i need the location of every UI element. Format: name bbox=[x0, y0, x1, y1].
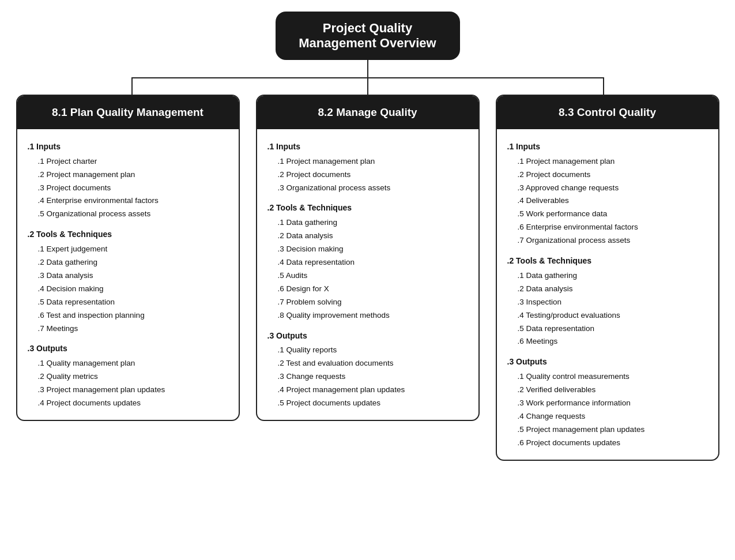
column-header-plan-quality: 8.1 Plan Quality Management bbox=[17, 96, 239, 129]
list-item: .5 Project documents updates bbox=[278, 397, 468, 409]
section-title-plan-quality-1: .2 Tools & Techniques bbox=[28, 228, 228, 241]
list-item: .7 Meetings bbox=[38, 323, 228, 335]
list-item: .5 Data representation bbox=[38, 296, 228, 309]
section-list-manage-quality-1: .1 Data gathering.2 Data analysis.3 Deci… bbox=[267, 217, 468, 321]
section-list-plan-quality-1: .1 Expert judgement.2 Data gathering.3 D… bbox=[28, 243, 228, 335]
column-header-control-quality: 8.3 Control Quality bbox=[497, 96, 718, 129]
list-item: .4 Testing/product evaluations bbox=[518, 310, 708, 322]
list-item: .1 Data gathering bbox=[518, 270, 708, 282]
list-item: .2 Test and evaluation documents bbox=[278, 358, 468, 370]
column-card-plan-quality: 8.1 Plan Quality Management.1 Inputs.1 P… bbox=[16, 95, 240, 421]
list-item: .2 Project management plan bbox=[38, 169, 228, 181]
list-item: .4 Project documents updates bbox=[38, 397, 228, 409]
section-title-control-quality-1: .2 Tools & Techniques bbox=[507, 255, 708, 268]
column-header-manage-quality: 8.2 Manage Quality bbox=[257, 96, 478, 129]
connector-vertical-top bbox=[367, 60, 368, 77]
list-item: .2 Project documents bbox=[278, 169, 468, 181]
section-list-plan-quality-0: .1 Project charter.2 Project management … bbox=[28, 156, 228, 221]
section-list-control-quality-2: .1 Quality control measurements.2 Verifi… bbox=[507, 371, 708, 449]
list-item: .5 Work performance data bbox=[518, 208, 708, 220]
list-item: .2 Data gathering bbox=[38, 257, 228, 269]
section-title-plan-quality-0: .1 Inputs bbox=[28, 141, 228, 153]
list-item: .4 Data representation bbox=[278, 257, 468, 269]
list-item: .6 Enterprise environmental factors bbox=[518, 221, 708, 234]
section-list-manage-quality-2: .1 Quality reports.2 Test and evaluation… bbox=[267, 344, 468, 409]
page-title: Project Quality Management Overview bbox=[276, 12, 460, 60]
list-item: .2 Data analysis bbox=[278, 230, 468, 242]
list-item: .7 Organizational process assets bbox=[518, 235, 708, 247]
list-item: .5 Audits bbox=[278, 270, 468, 282]
list-item: .2 Project documents bbox=[518, 169, 708, 181]
list-item: .1 Project management plan bbox=[278, 156, 468, 168]
list-item: .3 Decision making bbox=[278, 243, 468, 255]
list-item: .3 Inspection bbox=[518, 296, 708, 309]
list-item: .4 Project management plan updates bbox=[278, 384, 468, 396]
list-item: .8 Quality improvement methods bbox=[278, 310, 468, 322]
list-item: .4 Enterprise environmental factors bbox=[38, 195, 228, 207]
page-wrapper: Project Quality Management Overview 8.1 … bbox=[12, 12, 723, 461]
section-title-manage-quality-0: .1 Inputs bbox=[267, 141, 468, 153]
list-item: .3 Approved change requests bbox=[518, 182, 708, 194]
list-item: .1 Quality control measurements bbox=[518, 371, 708, 383]
list-item: .6 Project documents updates bbox=[518, 437, 708, 449]
list-item: .1 Project management plan bbox=[518, 156, 708, 168]
list-item: .4 Decision making bbox=[38, 283, 228, 295]
connector-drop-left bbox=[131, 77, 133, 95]
list-item: .6 Test and inspection planning bbox=[38, 310, 228, 322]
list-item: .3 Change requests bbox=[278, 371, 468, 383]
list-item: .1 Quality reports bbox=[278, 344, 468, 356]
section-title-manage-quality-2: .3 Outputs bbox=[267, 330, 468, 343]
column-card-control-quality: 8.3 Control Quality.1 Inputs.1 Project m… bbox=[496, 95, 719, 461]
list-item: .2 Verified deliverables bbox=[518, 384, 708, 396]
list-item: .5 Project management plan updates bbox=[518, 424, 708, 436]
list-item: .3 Project documents bbox=[38, 182, 228, 194]
list-item: .7 Problem solving bbox=[278, 296, 468, 309]
section-title-manage-quality-1: .2 Tools & Techniques bbox=[267, 202, 468, 215]
column-body-manage-quality: .1 Inputs.1 Project management plan.2 Pr… bbox=[257, 129, 478, 420]
list-item: .1 Project charter bbox=[38, 156, 228, 168]
list-item: .4 Change requests bbox=[518, 411, 708, 423]
section-list-control-quality-1: .1 Data gathering.2 Data analysis.3 Insp… bbox=[507, 270, 708, 348]
list-item: .6 Design for X bbox=[278, 283, 468, 295]
connector-drop-center bbox=[367, 77, 368, 95]
list-item: .5 Organizational process assets bbox=[38, 208, 228, 220]
section-list-manage-quality-0: .1 Project management plan.2 Project doc… bbox=[267, 156, 468, 194]
section-title-plan-quality-2: .3 Outputs bbox=[28, 343, 228, 355]
list-item: .2 Data analysis bbox=[518, 283, 708, 295]
list-item: .3 Organizational process assets bbox=[278, 182, 468, 194]
list-item: .1 Data gathering bbox=[278, 217, 468, 229]
list-item: .2 Quality metrics bbox=[38, 371, 228, 383]
connector-horizontal bbox=[28, 77, 708, 95]
list-item: .3 Project management plan updates bbox=[38, 384, 228, 396]
column-card-manage-quality: 8.2 Manage Quality.1 Inputs.1 Project ma… bbox=[256, 95, 480, 421]
list-item: .1 Expert judgement bbox=[38, 243, 228, 255]
list-item: .5 Data representation bbox=[518, 323, 708, 335]
list-item: .3 Data analysis bbox=[38, 270, 228, 282]
section-title-control-quality-0: .1 Inputs bbox=[507, 141, 708, 153]
list-item: .3 Work performance information bbox=[518, 397, 708, 409]
columns-container: 8.1 Plan Quality Management.1 Inputs.1 P… bbox=[16, 95, 719, 461]
list-item: .4 Deliverables bbox=[518, 195, 708, 207]
connector-drop-right bbox=[603, 77, 604, 95]
column-body-control-quality: .1 Inputs.1 Project management plan.2 Pr… bbox=[497, 129, 718, 460]
list-item: .1 Quality management plan bbox=[38, 358, 228, 370]
column-body-plan-quality: .1 Inputs.1 Project charter.2 Project ma… bbox=[17, 129, 239, 420]
section-list-plan-quality-2: .1 Quality management plan.2 Quality met… bbox=[28, 358, 228, 409]
section-list-control-quality-0: .1 Project management plan.2 Project doc… bbox=[507, 156, 708, 247]
section-title-control-quality-2: .3 Outputs bbox=[507, 356, 708, 369]
list-item: .6 Meetings bbox=[518, 336, 708, 348]
